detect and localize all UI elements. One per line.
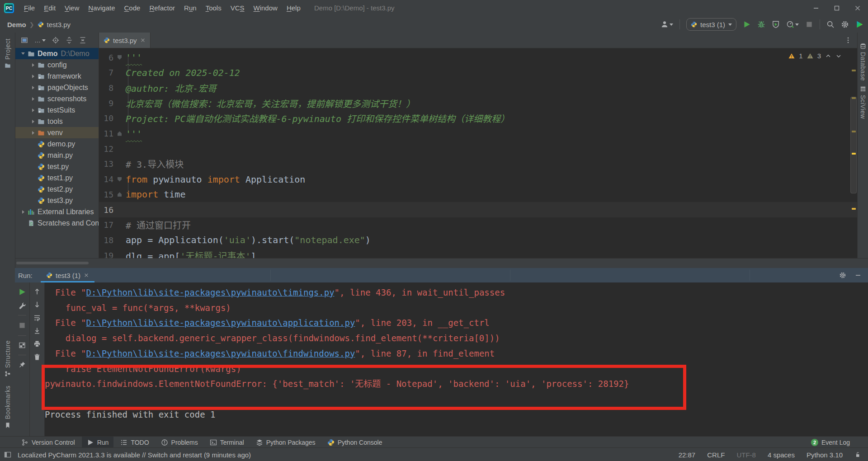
fold-marker-icon[interactable] [113,132,126,136]
tree-item-test1-py[interactable]: test1.py [15,172,99,183]
menu-help[interactable]: Help [282,0,305,16]
locate-file-icon[interactable] [52,37,59,44]
toolwindow-tab-run[interactable]: Run [82,437,114,448]
chevron-collapsed-icon[interactable] [28,75,38,78]
status-item-crlf[interactable]: CRLF [707,451,725,459]
toolwindow-tab-terminal[interactable]: Terminal [205,437,249,448]
run-button[interactable] [743,20,751,28]
status-item-python-3.10[interactable]: Python 3.10 [807,451,843,459]
warning-stripe-mark[interactable] [852,131,856,132]
status-item-4-spaces[interactable]: 4 spaces [768,451,795,459]
up-stack-trace-icon[interactable] [33,288,41,295]
tree-item-scratches-and-con[interactable]: Scratches and Con [15,217,99,229]
scroll-to-end-icon[interactable] [33,327,41,334]
menu-code[interactable]: Code [120,0,145,16]
tree-item-demo[interactable]: DemoD:\Demo [15,48,99,59]
toolwindow-tab-problems[interactable]: Problems [156,437,203,448]
menu-file[interactable]: File [19,0,39,16]
search-everywhere-button[interactable] [826,20,835,28]
tree-item-test-py[interactable]: test.py [15,161,99,172]
chevron-collapsed-icon[interactable] [28,86,38,89]
horizontal-scrollbar[interactable] [16,262,89,264]
warning-stripe-mark[interactable] [852,208,856,210]
inspections-widget[interactable]: 1 3 [788,52,842,60]
tree-item-demo-py[interactable]: demo.py [15,138,99,150]
stop-button[interactable] [805,20,813,28]
chevron-collapsed-icon[interactable] [28,108,38,112]
chevron-collapsed-icon[interactable] [28,131,38,135]
tool-tab-sciview[interactable]: SciView [858,86,868,119]
expand-all-icon[interactable] [66,37,73,44]
settings-button[interactable] [841,20,849,28]
warning-stripe-mark[interactable] [852,97,856,99]
print-icon[interactable] [33,340,41,348]
pin-tab-icon[interactable] [19,361,26,368]
edit-configuration-icon[interactable] [19,302,26,309]
editor-tab-test3[interactable]: test3.py [99,33,151,48]
tree-item-testsuits[interactable]: testSuits [15,104,99,116]
ide-promo-button[interactable] [855,20,863,28]
down-stack-trace-icon[interactable] [33,301,41,308]
next-problem-icon[interactable] [835,53,842,59]
console-file-link[interactable]: D:\Python\lib\site-packages\pywinauto\ap… [86,318,355,328]
tree-item-test2-py[interactable]: test2.py [15,183,99,195]
toolwindow-tab-python-console[interactable]: Python Console [322,437,387,448]
user-menu-button[interactable] [660,20,673,28]
tree-item-test3-py[interactable]: test3.py [15,195,99,206]
stop-process-icon[interactable] [18,321,26,329]
breadcrumb-project[interactable]: Demo [7,21,26,28]
prev-problem-icon[interactable] [825,53,831,59]
run-configuration-select[interactable]: test3 (1) [686,18,736,31]
menu-tools[interactable]: Tools [201,0,226,16]
fold-marker-icon[interactable] [113,192,126,197]
lock-icon[interactable] [854,452,861,458]
editor-code-area[interactable]: 6'''7Created on 2025-02-128@author: 北京-宏… [99,48,857,258]
run-tab[interactable]: test3 (1) [41,268,94,282]
tree-item-main-py[interactable]: main.py [15,150,99,161]
soft-wrap-icon[interactable] [33,314,41,321]
run-tab-close-icon[interactable] [84,273,89,278]
event-log-widget[interactable]: 2 Event Log [811,437,850,448]
collapse-all-icon[interactable] [79,37,86,44]
restore-layout-icon[interactable] [19,342,26,349]
chevron-collapsed-icon[interactable] [28,97,38,101]
run-settings-icon[interactable] [839,272,846,279]
tree-item-screenshots[interactable]: screenshots [15,93,99,104]
tree-item-tools[interactable]: tools [15,116,99,127]
debug-button[interactable] [757,20,765,28]
breadcrumb-file[interactable]: test3.py [47,21,71,28]
fold-marker-icon[interactable] [113,177,126,182]
run-with-coverage-button[interactable] [772,20,780,28]
close-button[interactable] [847,0,868,16]
menu-vcs[interactable]: VCS [226,0,249,16]
menu-navigate[interactable]: Navigate [84,0,119,16]
profiler-button[interactable] [786,20,799,28]
toolwindow-tab-version-control[interactable]: Version Control [16,437,80,448]
error-stripe[interactable] [850,48,857,258]
status-message[interactable]: Localized PyCharm 2021.3.3 is available … [18,451,251,459]
chevron-expanded-icon[interactable] [19,52,28,55]
console-output[interactable]: File "D:\Python\lib\site-packages\pywina… [45,282,868,436]
tree-item-framework[interactable]: framework [15,71,99,82]
tool-tab-database[interactable]: Database [858,43,868,81]
clear-all-icon[interactable] [33,353,41,361]
menu-edit[interactable]: Edit [39,0,60,16]
warning-stripe-mark[interactable] [852,153,856,155]
menu-view[interactable]: View [60,0,84,16]
warning-stripe-mark[interactable] [852,70,856,71]
tree-item-pageobjects[interactable]: pageObjects [15,82,99,93]
menu-window[interactable]: Window [249,0,282,16]
menu-refactor[interactable]: Refactor [145,0,179,16]
hide-panel-icon[interactable] [854,272,862,279]
chevron-collapsed-icon[interactable] [28,120,38,123]
tree-item-config[interactable]: config [15,59,99,71]
toolwindow-tab-todo[interactable]: TODO [115,437,154,448]
chevron-collapsed-icon[interactable] [28,63,38,67]
scrollbar-thumb[interactable] [850,97,857,193]
toolwindow-toggle-icon[interactable] [4,451,11,458]
view-options-button[interactable]: … [34,38,46,42]
tool-tab-project[interactable]: Project [0,38,15,69]
toolwindow-tab-python-packages[interactable]: Python Packages [251,437,321,448]
menu-run[interactable]: Run [179,0,201,16]
minimize-button[interactable] [806,0,826,16]
